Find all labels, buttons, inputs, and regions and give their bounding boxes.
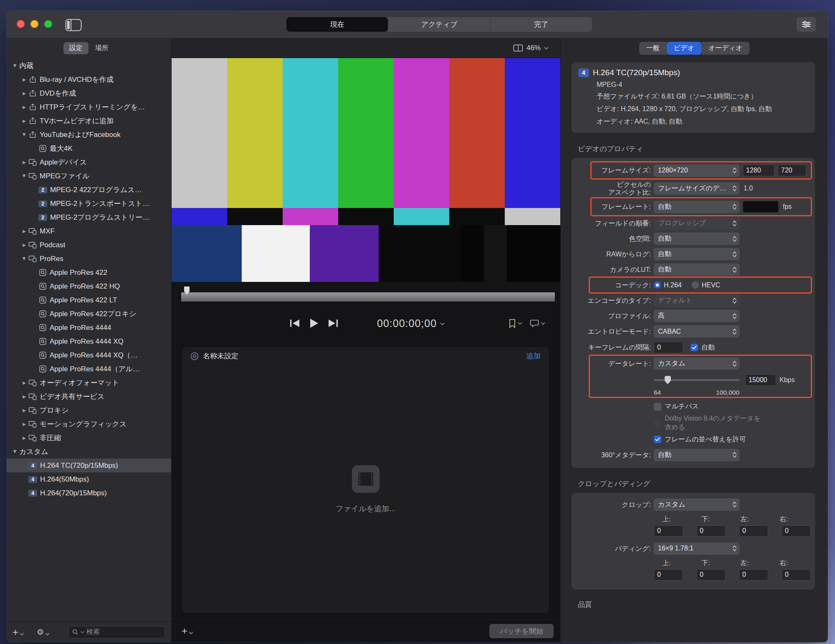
timecode-chevron-icon[interactable] xyxy=(440,319,445,327)
data-rate-slider[interactable] xyxy=(654,379,739,381)
preset-item[interactable]: ▶DVDを作成 xyxy=(7,86,171,100)
add-job-button[interactable]: + xyxy=(182,627,193,635)
popup-button[interactable]: カスタム xyxy=(654,499,739,511)
preset-item[interactable]: Apple ProRes 422 xyxy=(7,266,171,279)
text-input[interactable]: 0 xyxy=(739,569,768,581)
preset-item[interactable]: Apple ProRes 4444 xyxy=(7,321,171,335)
preset-item[interactable]: 2MPEG-2 422プログラムス… xyxy=(7,183,171,197)
tab-locations[interactable]: 場所 xyxy=(89,42,114,54)
popup-button[interactable]: 高 xyxy=(654,310,739,322)
disclosure-triangle[interactable]: ▶ xyxy=(20,380,28,385)
disclosure-triangle[interactable]: ▶ xyxy=(20,105,28,109)
disclosure-triangle[interactable]: ▶ xyxy=(22,131,27,139)
preset-actions-button[interactable]: ⚙ xyxy=(37,628,50,636)
checkbox[interactable] xyxy=(654,436,661,443)
disclosure-triangle[interactable]: ▶ xyxy=(13,62,18,70)
popup-button[interactable]: プログレッシブ xyxy=(654,217,739,229)
marker-button[interactable] xyxy=(509,319,522,328)
inspector-toggle-button[interactable] xyxy=(797,17,816,32)
tab-general[interactable]: 一般 xyxy=(639,42,667,55)
preset-item[interactable]: ▶オーディオフォーマット xyxy=(7,376,171,390)
radio-option[interactable]: H.264 xyxy=(654,281,682,289)
disclosure-triangle[interactable]: ▶ xyxy=(20,91,28,96)
text-input[interactable]: 0 xyxy=(654,342,683,353)
disclosure-triangle[interactable]: ▶ xyxy=(20,408,28,413)
close-window-button[interactable] xyxy=(17,20,25,28)
add-file-link[interactable]: 追加 xyxy=(526,351,541,361)
preset-item[interactable]: ▶Appleデバイス xyxy=(7,155,171,169)
popup-button[interactable]: フレームサイズのデフォ… xyxy=(654,183,739,195)
preset-item[interactable]: Apple ProRes 4444（アル… xyxy=(7,362,171,376)
timecode-display[interactable]: 00:00:00;00 xyxy=(377,317,437,330)
preset-item[interactable]: Apple ProRes 422 LT xyxy=(7,293,171,307)
zoom-window-button[interactable] xyxy=(44,20,52,28)
text-input[interactable]: 1280 xyxy=(743,165,774,176)
tab-video[interactable]: ビデオ xyxy=(667,42,701,55)
disclosure-triangle[interactable]: ▶ xyxy=(20,243,28,247)
go-to-end-button[interactable] xyxy=(328,319,339,327)
toggle-sidebar-button[interactable] xyxy=(64,18,83,32)
preset-item[interactable]: 4H.264(720p/15Mbps) xyxy=(7,486,171,500)
disclosure-triangle[interactable]: ▶ xyxy=(20,422,28,426)
checkbox[interactable] xyxy=(654,403,661,411)
popup-button[interactable]: 自動 xyxy=(654,201,739,213)
preset-item[interactable]: ▶HTTPライブストリーミングを… xyxy=(7,100,171,114)
disclosure-triangle[interactable]: ▶ xyxy=(13,448,18,456)
radio-button[interactable] xyxy=(692,281,699,289)
popup-button[interactable]: 自動 xyxy=(654,449,739,461)
checkbox[interactable] xyxy=(691,344,698,351)
preset-item[interactable]: 2MPEG-2トランスポートスト… xyxy=(7,197,171,210)
preset-item[interactable]: ▶MPEGファイル xyxy=(7,169,171,183)
tab-audio[interactable]: オーディオ xyxy=(701,42,750,55)
preset-item[interactable]: ▶Podcast xyxy=(7,238,171,252)
segment-completed[interactable]: 完了 xyxy=(490,17,592,32)
preset-item[interactable]: Apple ProRes 422 HQ xyxy=(7,279,171,293)
disclosure-triangle[interactable]: ▶ xyxy=(20,160,28,165)
text-input[interactable] xyxy=(743,201,779,213)
radio-button[interactable] xyxy=(654,281,661,289)
preset-item[interactable]: ▶非圧縮 xyxy=(7,431,171,445)
radio-option[interactable]: HEVC xyxy=(692,281,720,289)
disclosure-triangle[interactable]: ▶ xyxy=(20,229,28,233)
popup-button[interactable]: 自動 xyxy=(654,248,739,260)
disclosure-triangle[interactable]: ▶ xyxy=(20,436,28,440)
minimize-window-button[interactable] xyxy=(30,20,38,28)
popup-button[interactable]: CABAC xyxy=(654,325,739,337)
popup-button[interactable]: 自動 xyxy=(654,264,739,276)
preset-item[interactable]: ▶Blu-ray / AVCHDを作成 xyxy=(7,73,171,86)
preset-item[interactable]: 最大4K xyxy=(7,142,171,155)
disclosure-triangle[interactable]: ▶ xyxy=(20,77,28,82)
popup-button[interactable]: デフォルト xyxy=(654,294,739,307)
text-input[interactable]: 720 xyxy=(778,165,806,176)
text-input[interactable]: 0 xyxy=(696,569,726,581)
text-input[interactable]: 0 xyxy=(782,525,811,537)
text-input[interactable]: 0 xyxy=(654,525,683,537)
disclosure-triangle[interactable]: ▶ xyxy=(20,394,28,399)
text-input[interactable]: 0 xyxy=(696,525,726,537)
disclosure-triangle[interactable]: ▶ xyxy=(22,255,27,263)
annotation-button[interactable] xyxy=(530,319,545,327)
zoom-level[interactable]: 46% xyxy=(526,44,541,52)
preset-item[interactable]: ▶MXF xyxy=(7,224,171,238)
popup-button[interactable]: カスタム xyxy=(654,357,739,370)
popup-button[interactable]: 1280×720 xyxy=(654,165,739,177)
preset-item[interactable]: ▶カスタム xyxy=(7,445,171,459)
preset-item[interactable]: Apple ProRes 4444 XQ xyxy=(7,335,171,348)
popup-button[interactable]: 16×9 1.78:1 xyxy=(654,543,739,555)
text-input[interactable]: 0 xyxy=(782,569,811,581)
preset-item[interactable]: ▶TVホームビデオに追加 xyxy=(7,114,171,128)
popup-button[interactable]: 自動 xyxy=(654,233,739,245)
tab-settings[interactable]: 設定 xyxy=(63,42,89,54)
add-preset-button[interactable]: + xyxy=(13,628,24,636)
disclosure-triangle[interactable]: ▶ xyxy=(22,172,27,180)
preset-item[interactable]: ▶ビデオ共有サービス xyxy=(7,390,171,403)
slider-thumb[interactable] xyxy=(665,376,671,384)
segment-current[interactable]: 現在 xyxy=(286,17,388,32)
go-to-start-button[interactable] xyxy=(289,319,300,327)
preset-item[interactable]: 4H.264(50Mbps) xyxy=(7,472,171,486)
data-rate-input[interactable]: 15000 xyxy=(745,374,776,386)
text-input[interactable]: 0 xyxy=(654,569,683,581)
timeline-scrubber[interactable] xyxy=(181,292,555,302)
preset-item[interactable]: ▶内蔵 xyxy=(7,59,171,73)
disclosure-triangle[interactable]: ▶ xyxy=(20,119,28,123)
